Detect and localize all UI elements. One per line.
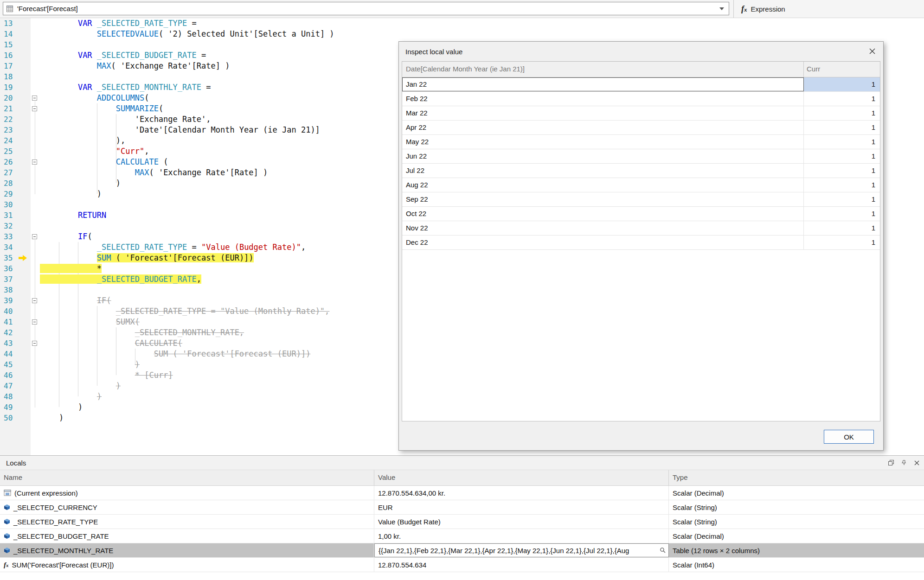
fold-margin [31,82,40,93]
local-value-cell[interactable]: {{Jan 22,1},{Feb 22,1},{Mar 22,1},{Apr 2… [374,543,669,557]
line-number: 41 [0,317,31,327]
local-value: 12.870.554.634,00 kr. [378,489,445,497]
chevron-down-icon[interactable] [719,7,724,10]
close-icon[interactable] [869,48,876,55]
local-name: _SELECTED_MONTHLY_RATE [13,547,113,555]
inspect-row[interactable]: Oct 221 [402,207,880,221]
date-cell[interactable]: Mar 22 [402,106,804,120]
fold-margin [31,306,40,317]
curr-cell[interactable]: 1 [804,106,880,120]
fx-icon: fx [4,561,9,568]
local-value-cell[interactable]: EUR [374,500,669,514]
expression-selector[interactable]: 'Forecast'[Forecast] [3,2,729,15]
inspect-row[interactable]: Feb 221 [402,92,880,106]
inspect-row[interactable]: Jul 221 [402,164,880,178]
column-header-type[interactable]: Type [669,470,924,485]
fold-marker[interactable] [32,159,37,165]
date-cell[interactable]: Oct 22 [402,207,804,221]
local-value-cell[interactable]: 12.870.554.634 [374,558,669,572]
curr-cell[interactable]: 1 [804,92,880,106]
restore-window-icon[interactable] [888,460,894,465]
locals-row[interactable]: _SELECTED_BUDGET_RATE1,00 kr.Scalar (Dec… [0,529,924,543]
ok-button[interactable]: OK [824,430,874,444]
fold-margin [31,285,40,295]
curr-cell[interactable]: 1 [804,121,880,134]
pin-icon[interactable] [901,460,907,465]
local-name-cell[interactable]: _SELECTED_MONTHLY_RATE [0,543,374,557]
curr-cell[interactable]: 1 [804,207,880,221]
inspect-row[interactable]: Mar 221 [402,106,880,121]
line-number: 23 [0,125,31,135]
inspect-row[interactable]: Dec 221 [402,236,880,250]
inspect-row[interactable]: Aug 221 [402,178,880,192]
fold-margin [31,370,40,381]
local-name-cell[interactable]: fxSUM('Forecast'[Forecast (EUR)]) [0,558,374,572]
date-cell[interactable]: Feb 22 [402,92,804,106]
code-text: IF( [40,231,92,242]
local-value: {{Jan 22,1},{Feb 22,1},{Mar 22,1},{Apr 2… [379,547,629,555]
column-header-date[interactable]: Date[Calendar Month Year (ie Jan 21)] [402,62,804,77]
local-value-cell[interactable]: 12.870.554.634,00 kr. [374,486,669,500]
locals-row[interactable]: _SELECTED_MONTHLY_RATE{{Jan 22,1},{Feb 2… [0,543,924,558]
code-text: "Curr", [40,146,149,157]
local-value-cell[interactable]: Value (Budget Rate) [374,515,669,529]
fold-marker[interactable] [32,96,37,101]
locals-row[interactable]: (Current expression)12.870.554.634,00 kr… [0,486,924,500]
line-number: 34 [0,242,31,253]
local-name-cell[interactable]: _SELECTED_RATE_TYPE [0,515,374,529]
fold-margin [31,167,40,178]
fold-marker[interactable] [32,319,37,325]
curr-cell[interactable]: 1 [804,149,880,163]
curr-cell[interactable]: 1 [804,236,880,249]
line-number: 46 [0,370,31,381]
date-cell[interactable]: May 22 [402,135,804,149]
fold-margin [31,359,40,370]
close-icon[interactable] [914,460,919,465]
code-line[interactable]: 13 VAR _SELECTED_RATE_TYPE = [0,18,924,29]
inspect-row[interactable]: Jun 221 [402,149,880,164]
inspect-row[interactable]: Jan 221 [402,77,880,92]
fold-marker[interactable] [32,341,37,346]
curr-cell[interactable]: 1 [804,178,880,192]
date-cell[interactable]: Jul 22 [402,164,804,178]
date-cell[interactable]: Jun 22 [402,149,804,163]
column-header-curr[interactable]: Curr [804,62,880,77]
local-type: Scalar (Decimal) [669,486,924,500]
local-name-cell[interactable]: (Current expression) [0,486,374,500]
date-cell[interactable]: Dec 22 [402,236,804,249]
search-icon[interactable] [660,547,666,554]
line-number: 24 [0,135,31,146]
local-name-cell[interactable]: _SELECTED_BUDGET_RATE [0,529,374,543]
code-text: SUMMARIZE( [40,103,163,114]
code-line[interactable]: 14 SELECTEDVALUE( '2) Selected Unit'[Sel… [0,29,924,39]
locals-row[interactable]: _SELECTED_RATE_TYPEValue (Budget Rate)Sc… [0,515,924,529]
curr-cell[interactable]: 1 [804,77,880,91]
locals-row[interactable]: _SELECTED_CURRENCYEURScalar (String) [0,500,924,515]
date-cell[interactable]: Aug 22 [402,178,804,192]
line-number: 13 [0,18,31,29]
curr-cell[interactable]: 1 [804,192,880,206]
local-value: Value (Budget Rate) [378,518,441,526]
column-header-value[interactable]: Value [374,470,669,485]
inspect-row[interactable]: Nov 221 [402,221,880,236]
inspect-row[interactable]: May 221 [402,135,880,149]
column-header-name[interactable]: Name [0,470,374,485]
fold-margin [31,231,40,242]
expression-panel-header: fx Expression [733,0,924,18]
inspect-row[interactable]: Sep 221 [402,192,880,207]
fold-marker[interactable] [32,298,37,303]
date-cell[interactable]: Sep 22 [402,192,804,206]
code-text: _SELECTED_RATE_TYPE = "Value (Budget Rat… [40,242,306,253]
curr-cell[interactable]: 1 [804,135,880,149]
curr-cell[interactable]: 1 [804,164,880,178]
local-name-cell[interactable]: _SELECTED_CURRENCY [0,500,374,514]
local-value-cell[interactable]: 1,00 kr. [374,529,669,543]
date-cell[interactable]: Nov 22 [402,221,804,235]
curr-cell[interactable]: 1 [804,221,880,235]
fold-marker[interactable] [32,106,37,111]
date-cell[interactable]: Jan 22 [402,77,804,91]
date-cell[interactable]: Apr 22 [402,121,804,134]
fold-marker[interactable] [32,234,37,239]
locals-row[interactable]: fxSUM('Forecast'[Forecast (EUR)])12.870.… [0,558,924,572]
inspect-row[interactable]: Apr 221 [402,121,880,135]
